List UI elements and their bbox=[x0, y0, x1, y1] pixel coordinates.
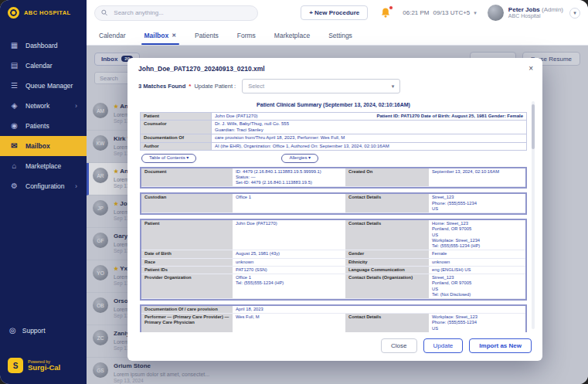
doc-header-label: Documentation Of bbox=[141, 134, 212, 143]
value-line: Portland, OR 97005 bbox=[432, 280, 522, 286]
document-scrollbar[interactable] bbox=[532, 101, 535, 329]
doc-header-line: Guardian: Traci Stanley bbox=[215, 127, 523, 134]
row-label: Patient IDs bbox=[141, 267, 233, 274]
table-row: Documentation Of / care provisionApril 1… bbox=[141, 306, 525, 314]
user-info: Peter Jobs (Admin) ABC Hospital bbox=[508, 6, 563, 20]
row-value: unknown bbox=[233, 259, 345, 267]
doc-header-value: AI (the EHR), Organization: Office 1, Au… bbox=[212, 142, 527, 151]
table-row: CustodianOffice 1Contact DetailsStreet_1… bbox=[141, 194, 525, 213]
value-line: Street_123 bbox=[432, 195, 522, 200]
chevron-right-icon: › bbox=[75, 182, 77, 190]
document-header-table: PatientJohn Doe (PAT1270)Patient ID: PAT… bbox=[140, 112, 527, 151]
row-value-2: Workplace: Street_123Phone: (555)555-123… bbox=[429, 314, 525, 332]
table-of-contents-button[interactable]: Table of Contents ▾ bbox=[141, 154, 196, 163]
required-marker: * bbox=[189, 83, 191, 90]
sidebar-item-network[interactable]: ◈Network› bbox=[0, 96, 87, 116]
clock-widget[interactable]: 06:21 PM 09/13 UTC+5 ▾ bbox=[403, 9, 477, 16]
table-row: Patient IDsPAT1270 (SSN)Language Communi… bbox=[141, 267, 525, 274]
sidebar-item-configuration[interactable]: ⚙Configuration› bbox=[0, 176, 87, 196]
row-value: John Doe (PAT1270) bbox=[233, 220, 345, 250]
doc-header-label: Patient bbox=[141, 112, 212, 121]
doc-header-value: Dr. J. Wills, Baby/Thug, null Co. 555Gua… bbox=[212, 121, 527, 134]
user-avatar[interactable] bbox=[488, 5, 504, 21]
sidebar-item-label: Configuration bbox=[25, 182, 65, 190]
tab-marketplace[interactable]: Marketplace bbox=[274, 25, 310, 45]
document-section: DocumentID: 4479 (2.16.840.1.113883.19.5… bbox=[140, 167, 527, 189]
hospital-logo-icon bbox=[8, 7, 19, 19]
row-value-2: unknown bbox=[429, 259, 525, 267]
value-line: US bbox=[432, 287, 522, 292]
tab-forms[interactable]: Forms bbox=[237, 25, 256, 45]
global-search-input[interactable] bbox=[112, 8, 251, 17]
user-name: Peter Jobs bbox=[508, 6, 540, 13]
value-line: Street_123 bbox=[432, 275, 522, 280]
sidebar-item-label: Dashboard bbox=[25, 42, 58, 49]
row-value-2: Home: Street_123Portland, OR 97005USWork… bbox=[429, 220, 525, 250]
update-button[interactable]: Update bbox=[423, 338, 464, 353]
sidebar-item-calendar[interactable]: ▤Calendar bbox=[0, 56, 87, 76]
calendar-icon: ▤ bbox=[9, 62, 19, 70]
row-label: Documentation Of / care provision bbox=[141, 306, 233, 314]
notifications-button[interactable] bbox=[380, 7, 392, 19]
value-line: Office 1 bbox=[236, 275, 342, 280]
sidebar-item-support[interactable]: ◎ Support bbox=[0, 321, 55, 339]
table-row: RaceunknownEthnicityunknown bbox=[141, 259, 525, 267]
document-section: PatientJohn Doe (PAT1270)Contact Details… bbox=[140, 219, 527, 301]
sidebar-item-mailbox[interactable]: ✉Mailbox bbox=[0, 136, 87, 156]
new-procedure-button[interactable]: + New Procedure bbox=[301, 5, 368, 20]
tab-label: Mailbox bbox=[144, 32, 169, 39]
close-button[interactable]: Close bbox=[381, 338, 416, 353]
sidebar-item-queue-manager[interactable]: ☰Queue Manager bbox=[0, 76, 87, 96]
allergies-button[interactable]: Allergies ▾ bbox=[281, 154, 318, 163]
row-value: Office 1 bbox=[233, 194, 345, 213]
tab-label: Calendar bbox=[99, 32, 126, 39]
sidebar-item-patients[interactable]: ◉Patients bbox=[0, 116, 87, 136]
close-icon[interactable]: × bbox=[529, 65, 533, 73]
row-label: Date of Birth bbox=[141, 250, 233, 258]
sidebar-item-label: Marketplace bbox=[25, 162, 61, 170]
value-line: Tel: (Not Disclosed) bbox=[432, 292, 522, 297]
tab-settings[interactable]: Settings bbox=[328, 25, 352, 45]
configuration-icon: ⚙ bbox=[9, 182, 19, 190]
tabbar: CalendarMailbox✕PatientsFormsMarketplace… bbox=[87, 25, 588, 46]
sidebar-item-marketplace[interactable]: ⌂Marketplace bbox=[0, 156, 87, 176]
timezone: 09/13 UTC+5 bbox=[433, 9, 471, 16]
global-search[interactable] bbox=[94, 5, 258, 21]
value-line: September 13, 2024, 02:10:16AM bbox=[432, 169, 522, 175]
document-title: Patient Clinical Summary (September 13, … bbox=[140, 102, 527, 109]
tab-patients[interactable]: Patients bbox=[195, 25, 219, 45]
surgical-logo-icon: S bbox=[8, 358, 23, 373]
value-line: Phone: (555)555-1234 bbox=[432, 201, 522, 206]
app-window: Inbox 20 Parse Resume AM★Ann MurrayLorem… bbox=[0, 0, 588, 384]
user-menu-button[interactable]: ▾ bbox=[569, 8, 580, 19]
marketplace-icon: ⌂ bbox=[9, 162, 19, 170]
select-placeholder: Select bbox=[248, 83, 264, 90]
document-viewport[interactable]: Patient Clinical Summary (September 13, … bbox=[135, 98, 535, 332]
row-label: Provider Organization bbox=[141, 274, 233, 299]
row-value-2: Street_123Portland, OR 97005USTel: (Not … bbox=[429, 274, 525, 299]
row-value: ID: 4479 (2.16.840.1.113883.19.5.99999.1… bbox=[233, 168, 345, 188]
value-line: Portland, OR 97005 bbox=[432, 226, 522, 232]
brand-footer: S Powered by Surgi-Cal bbox=[8, 358, 60, 373]
table-row: Date of BirthAugust 25, 1981 (43y)Gender… bbox=[141, 250, 525, 258]
sidebar-menu: ▦Dashboard▤Calendar☰Queue Manager◈Networ… bbox=[0, 36, 87, 196]
modal-footer: CloseUpdateImport as New bbox=[127, 332, 542, 361]
scrollbar-thumb[interactable] bbox=[532, 104, 535, 149]
tab-calendar[interactable]: Calendar bbox=[99, 25, 126, 45]
sidebar-item-label: Calendar bbox=[25, 62, 53, 70]
value-line: Tel: (555)555-1234 (HP) bbox=[236, 280, 342, 286]
value-line: August 25, 1981 (43y) bbox=[236, 251, 342, 257]
value-line: Status: — bbox=[236, 175, 342, 180]
tab-close-icon[interactable]: ✕ bbox=[172, 32, 176, 39]
import-as-new-button[interactable]: Import as New bbox=[469, 338, 532, 353]
sidebar-item-dashboard[interactable]: ▦Dashboard bbox=[0, 36, 87, 56]
tab-mailbox[interactable]: Mailbox✕ bbox=[144, 25, 177, 45]
table-row: PatientJohn Doe (PAT1270)Contact Details… bbox=[141, 220, 525, 250]
value-line: John Doe (PAT1270) bbox=[236, 221, 342, 226]
value-line: Phone: (555)555-1234 bbox=[432, 320, 522, 325]
row-value: August 25, 1981 (43y) bbox=[233, 250, 345, 258]
value-line: Wes Full, M bbox=[236, 314, 342, 320]
modal-title: John_Doe_PAT1270_20240913_0210.xml bbox=[138, 65, 265, 73]
update-patient-select[interactable]: Select ▾ bbox=[242, 79, 400, 93]
doc-header-line: care provision from/Thru April 18, 2023,… bbox=[215, 135, 523, 141]
